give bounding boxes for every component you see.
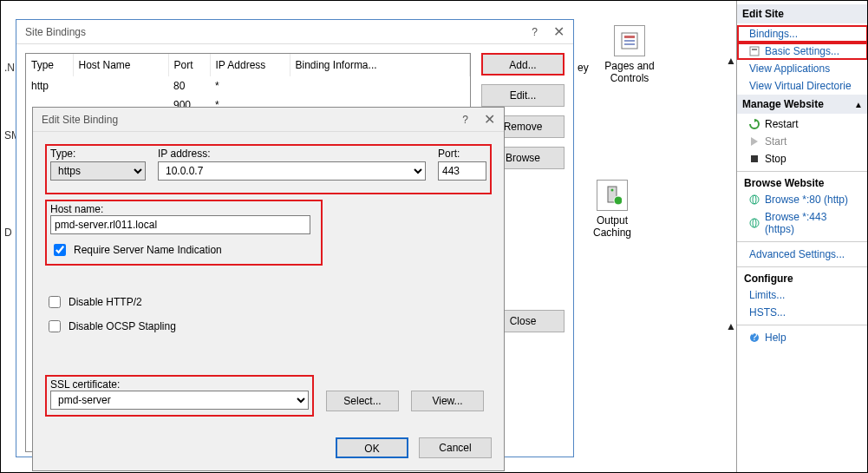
svg-rect-9 — [751, 155, 758, 162]
bindings-link[interactable]: Bindings... — [737, 25, 868, 43]
dialog-titlebar: Site Bindings ? ✕ — [16, 20, 573, 44]
svg-point-12 — [750, 219, 759, 227]
svg-point-5 — [611, 189, 614, 192]
view-virtual-dirs-link[interactable]: View Virtual Directorie — [737, 77, 868, 95]
type-ip-port-group: Type: https IP address: 10.0.0.7 Port: — [45, 144, 492, 194]
fragment-ey: ey — [578, 62, 589, 74]
globe-icon — [749, 194, 760, 205]
table-row[interactable]: http80* — [26, 76, 470, 95]
ok-button[interactable]: OK — [336, 437, 408, 458]
actions-pane: Edit Site Bindings... Basic Settings... … — [736, 1, 868, 472]
chevron-up-icon[interactable]: ▲ — [726, 55, 736, 67]
view-button[interactable]: View... — [411, 391, 484, 411]
edit-button[interactable]: Edit... — [481, 84, 565, 107]
restart-icon — [749, 119, 760, 129]
main-content: .N SM D ▲ ▲ ey Pages and Controls Output… — [1, 1, 736, 472]
view-applications-link[interactable]: View Applications — [737, 60, 868, 77]
cancel-button[interactable]: Cancel — [419, 437, 492, 458]
svg-rect-8 — [752, 49, 757, 50]
svg-rect-1 — [624, 36, 635, 38]
dialog-title: Site Bindings — [25, 26, 86, 38]
fragment-d: D — [4, 227, 12, 239]
disable-http2-checkbox[interactable]: Disable HTTP/2 — [45, 293, 492, 311]
browse-website-heading: Browse Website — [737, 175, 868, 191]
select-button[interactable]: Select... — [326, 391, 399, 411]
svg-rect-7 — [750, 47, 759, 56]
svg-point-13 — [753, 219, 756, 227]
ssl-label: SSL certificate: — [50, 378, 120, 391]
help-icon[interactable]: ? — [532, 26, 538, 38]
help-icon[interactable]: ? — [462, 114, 468, 126]
hostname-group: Host name: Require Server Name Indicatio… — [45, 200, 323, 266]
svg-point-11 — [753, 195, 756, 204]
basic-settings-link[interactable]: Basic Settings... — [737, 43, 868, 60]
sni-checkbox[interactable]: Require Server Name Indication — [50, 241, 317, 259]
port-label: Port: — [438, 148, 486, 160]
browse-443-link[interactable]: Browse *:443 (https) — [737, 208, 868, 238]
globe-icon — [749, 218, 760, 228]
add-button[interactable]: Add... — [481, 53, 565, 76]
sni-check-input[interactable] — [54, 244, 66, 256]
play-icon — [749, 136, 760, 147]
ssl-select[interactable]: pmd-server — [50, 391, 309, 410]
ssl-group: SSL certificate: pmd-server — [45, 375, 314, 417]
advanced-settings-link[interactable]: Advanced Settings... — [737, 246, 868, 263]
table-header: Type Host Name Port IP Address Binding I… — [26, 54, 470, 76]
dialog-titlebar: Edit Site Binding ? ✕ — [33, 108, 504, 132]
hsts-link[interactable]: HSTS... — [737, 304, 868, 321]
stop-link[interactable]: Stop — [737, 150, 868, 168]
pages-icon — [614, 25, 645, 56]
server-icon — [597, 180, 628, 211]
svg-rect-2 — [624, 40, 635, 42]
document-icon — [749, 46, 760, 56]
browse-80-link[interactable]: Browse *:80 (http) — [737, 191, 868, 208]
type-label: Type: — [50, 148, 146, 160]
output-caching-item[interactable]: Output Caching — [578, 180, 647, 239]
help-link[interactable]: ?Help — [737, 329, 868, 346]
dialog-title: Edit Site Binding — [42, 114, 118, 126]
restart-link[interactable]: Restart — [737, 115, 868, 133]
fragment-n: .N — [4, 62, 15, 74]
chevron-up-icon[interactable]: ▲ — [726, 320, 736, 332]
svg-text:?: ? — [752, 332, 758, 343]
limits-link[interactable]: Limits... — [737, 286, 868, 304]
stop-icon — [749, 154, 760, 164]
close-icon[interactable]: ✕ — [484, 111, 495, 128]
type-select[interactable]: https — [50, 161, 146, 181]
configure-heading: Configure — [737, 271, 868, 286]
svg-rect-3 — [624, 43, 635, 45]
close-icon[interactable]: ✕ — [553, 23, 565, 40]
hostname-label: Host name: — [50, 203, 103, 215]
port-input[interactable] — [438, 161, 486, 181]
edit-site-binding-dialog: Edit Site Binding ? ✕ Type: https IP add… — [32, 107, 505, 471]
ip-select[interactable]: 10.0.0.7 — [158, 161, 426, 181]
ip-label: IP address: — [158, 148, 426, 160]
pages-controls-item[interactable]: Pages and Controls — [595, 25, 664, 84]
manage-website-heading: Manage Website▲ — [737, 95, 868, 114]
edit-site-heading: Edit Site — [737, 4, 868, 23]
svg-point-10 — [750, 195, 759, 204]
hostname-input[interactable] — [50, 215, 310, 234]
svg-point-6 — [614, 196, 622, 205]
chevron-up-icon[interactable]: ▲ — [854, 100, 863, 109]
help-icon: ? — [749, 332, 760, 343]
disable-ocsp-checkbox[interactable]: Disable OCSP Stapling — [45, 318, 492, 335]
start-link[interactable]: Start — [737, 133, 868, 150]
